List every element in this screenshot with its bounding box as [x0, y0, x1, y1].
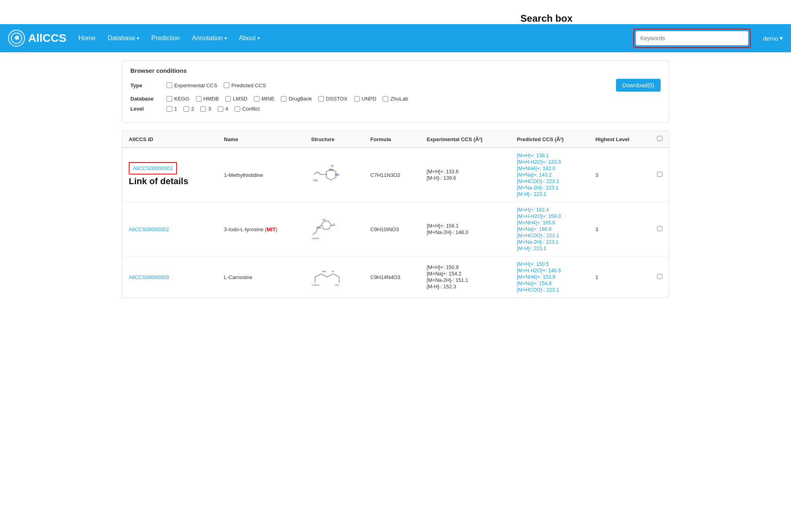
formula-cell-3: C9H14N4O3	[364, 257, 420, 298]
name-cell-1: 1-Methylhistidine	[218, 148, 305, 202]
svg-text:NH₂: NH₂	[317, 226, 321, 229]
col-select-all[interactable]	[651, 131, 669, 148]
table-header-row: AllCCS ID Name Structure Formula Experim…	[122, 131, 669, 148]
id-cell-1: AllCCS00000001 Link of details	[122, 148, 218, 202]
nav-home[interactable]: Home	[78, 35, 96, 42]
level-4[interactable]: 4	[218, 106, 228, 112]
select-cell-2[interactable]	[651, 202, 669, 257]
browser-conditions-title: Browser conditions	[130, 67, 661, 74]
db-kegg[interactable]: KEGG	[167, 96, 190, 102]
type-experimental[interactable]: Experimental CCS	[167, 82, 217, 88]
db-dsstox[interactable]: DSSTOX	[318, 96, 347, 102]
row-checkbox-2[interactable]	[657, 226, 662, 231]
svg-text:N: N	[331, 164, 333, 167]
svg-line-5	[317, 172, 321, 175]
structure-cell-3: COOH OH NH N	[305, 257, 364, 298]
checkbox-level-2[interactable]	[183, 106, 189, 112]
level-label: Level	[130, 106, 159, 112]
search-box-annotation: Search box	[521, 13, 573, 24]
nav-database[interactable]: Database ▾	[108, 35, 140, 42]
db-lmsd[interactable]: LMSD	[225, 96, 247, 102]
type-predicted[interactable]: Predicted CCS	[224, 82, 266, 88]
exp-ccs-values-3: [M+H]+: 150.9 [M+Na]+: 154.2 [M+Na-2H]-:…	[426, 265, 504, 290]
nav-annotation[interactable]: Annotation ▾	[192, 35, 227, 42]
svg-marker-10	[321, 221, 331, 229]
highest-level-cell-1: 3	[589, 148, 651, 202]
checkbox-drugbank[interactable]	[281, 96, 286, 102]
exp-ccs-values-1: [M+H]+: 133.6 [M-H]-: 139.6	[426, 169, 504, 181]
db-zhulab[interactable]: ZhuLab	[383, 96, 408, 102]
svg-text:HO: HO	[313, 179, 318, 182]
checkbox-lmsd[interactable]	[225, 96, 231, 102]
checkbox-kegg[interactable]	[167, 96, 172, 102]
results-table: AllCCS ID Name Structure Formula Experim…	[122, 131, 669, 298]
db-hmdb[interactable]: HMDB	[196, 96, 219, 102]
checkbox-zhulab[interactable]	[383, 96, 388, 102]
id-link-3[interactable]: AllCCS00000003	[129, 274, 169, 280]
checkbox-level-3[interactable]	[200, 106, 206, 112]
select-cell-3[interactable]	[651, 257, 669, 298]
checkbox-dsstox[interactable]	[318, 96, 324, 102]
svg-text:OH: OH	[335, 284, 339, 286]
checkbox-level-4[interactable]	[218, 106, 223, 112]
checkbox-mine[interactable]	[254, 96, 260, 102]
table-row: AllCCS00000002 3-Iodo-L-tyrosine (MIT)	[122, 202, 669, 257]
pred-ccs-values-1: [M+H]+: 138.1 [M+H-H2O]+: 133.9 [M+NH4]+…	[517, 153, 583, 197]
checkbox-predicted[interactable]	[224, 82, 229, 88]
col-experimental-ccs: Experimental CCS (Å²)	[420, 131, 510, 148]
row-checkbox-1[interactable]	[657, 172, 662, 177]
brand-name: AllCCS	[28, 32, 66, 45]
results-panel: AllCCS ID Name Structure Formula Experim…	[122, 131, 669, 298]
checkbox-conflict[interactable]	[235, 106, 240, 112]
checkbox-level-1[interactable]	[167, 106, 172, 112]
checkbox-hmdb[interactable]	[196, 96, 202, 102]
col-name: Name	[218, 131, 305, 148]
search-input[interactable]	[636, 31, 748, 45]
browser-conditions-panel: Browser conditions Type Experimental CCS…	[122, 60, 669, 123]
table-row: AllCCS00000001 Link of details 1-Methylh…	[122, 148, 669, 202]
db-mine[interactable]: MINE	[254, 96, 275, 102]
molecule-2: COOH I HO NH₂	[311, 217, 343, 241]
download-button[interactable]: Download(0)	[616, 79, 661, 92]
svg-text:HO: HO	[322, 218, 326, 221]
level-3[interactable]: 3	[200, 106, 211, 112]
pred-ccs-values-3: [M+H]+: 150.5 [M+H-H2O]+: 146.9 [M+NH4]+…	[517, 261, 583, 293]
id-link-2[interactable]: AllCCS00000002	[129, 226, 169, 232]
db-unpd[interactable]: UNPD	[354, 96, 377, 102]
svg-text:COOH: COOH	[312, 237, 319, 240]
col-structure: Structure	[305, 131, 364, 148]
name-cell-2: 3-Iodo-L-tyrosine (MIT)	[218, 202, 305, 257]
brand-logo[interactable]: ❄ AllCCS	[8, 30, 66, 47]
level-2[interactable]: 2	[183, 106, 194, 112]
db-drugbank[interactable]: DrugBank	[281, 96, 312, 102]
formula-cell-2: C9H10INO3	[364, 202, 420, 257]
nav-about[interactable]: About ▾	[239, 35, 260, 42]
level-checkboxes: 1 2 3 4 Conf	[167, 106, 260, 112]
pred-ccs-cell-2: [M+H]+: 162.4 [M+H-H2O]+: 159.0 [M+NH4]+…	[511, 202, 589, 257]
svg-text:NH: NH	[322, 270, 326, 273]
dropdown-arrow-about: ▾	[257, 35, 260, 41]
nav-prediction[interactable]: Prediction	[151, 35, 180, 42]
row-checkbox-3[interactable]	[657, 274, 662, 279]
svg-text:NH: NH	[335, 173, 339, 176]
checkbox-unpd[interactable]	[354, 96, 360, 102]
col-formula: Formula	[364, 131, 420, 148]
select-cell-1[interactable]	[651, 148, 669, 202]
structure-cell-2: COOH I HO NH₂	[305, 202, 364, 257]
select-all-checkbox[interactable]	[657, 136, 662, 141]
navbar: ❄ AllCCS Home Database ▾ Prediction Anno…	[0, 24, 791, 52]
svg-text:COOH: COOH	[312, 284, 319, 286]
nav-links: Home Database ▾ Prediction Annotation ▾ …	[78, 35, 634, 42]
link-of-details-label: Link of details	[129, 175, 211, 188]
level-1[interactable]: 1	[167, 106, 177, 112]
col-id: AllCCS ID	[122, 131, 218, 148]
logo-icon: ❄	[8, 30, 25, 47]
svg-line-20	[321, 274, 327, 277]
svg-line-21	[327, 274, 333, 277]
level-conflict[interactable]: Conflict	[235, 106, 260, 112]
checkbox-experimental[interactable]	[167, 82, 172, 88]
user-dropdown-arrow: ▾	[780, 35, 783, 42]
dropdown-arrow-annotation: ▾	[225, 35, 227, 41]
id-link-1[interactable]: AllCCS00000001	[133, 165, 173, 171]
user-menu[interactable]: demo ▾	[763, 35, 783, 42]
